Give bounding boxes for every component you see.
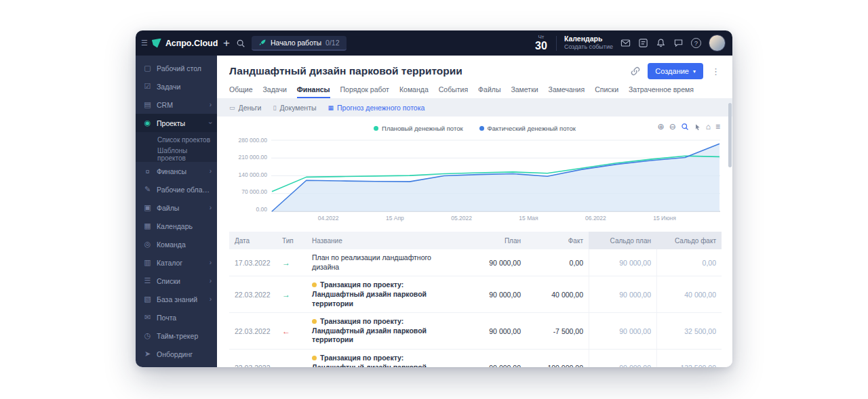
tab-finance[interactable]: Финансы xyxy=(297,82,330,98)
status-dot xyxy=(312,319,317,324)
tab-notes[interactable]: Заметки xyxy=(511,82,538,98)
chat-icon[interactable] xyxy=(673,38,684,48)
onboarding-label: Начало работы xyxy=(271,39,321,47)
sidebar-item-team[interactable]: ◎ Команда xyxy=(136,235,217,253)
files-icon: ▣ xyxy=(143,203,152,212)
sidebar-item-projects[interactable]: ◉ Проекты › xyxy=(136,114,217,132)
onboarding-progress-button[interactable]: Начало работы 0/12 xyxy=(252,36,347,51)
tab-work-order[interactable]: Порядок работ xyxy=(340,82,389,98)
more-options-icon[interactable]: ⋮ xyxy=(710,66,722,77)
notes-icon[interactable] xyxy=(638,38,648,48)
logo-icon xyxy=(152,39,161,48)
tab-tasks[interactable]: Задачи xyxy=(263,82,287,98)
subtab-cashflow-forecast[interactable]: ▦ Прогноз денежного потока xyxy=(328,104,425,112)
sidebar-item-onboarding[interactable]: ➤ Онбординг xyxy=(136,345,217,363)
col-saldo-plan[interactable]: Сальдо план xyxy=(589,232,656,249)
zoom-in-icon[interactable]: ⊕ xyxy=(658,123,665,131)
chevron-right-icon: › xyxy=(210,204,212,211)
table-row[interactable]: 22.03.2022 → Транзакция по проекту: Ланд… xyxy=(229,276,722,313)
mail-icon[interactable] xyxy=(620,38,631,48)
tab-remarks[interactable]: Замечания xyxy=(549,82,585,98)
copy-link-icon[interactable] xyxy=(630,66,641,77)
subtab-documents[interactable]: ▯ Документы xyxy=(273,104,316,112)
col-fact[interactable]: Факт xyxy=(526,237,589,245)
col-date[interactable]: Дата xyxy=(229,237,277,245)
row-name[interactable]: Транзакция по проекту: Ландшафтный дизай… xyxy=(307,350,464,367)
sidebar-group-projects: ◉ Проекты › Список проектов Шаблоны прое… xyxy=(136,114,217,162)
chart-y-axis: 280 000.00 210 000.00 140 000.00 70 000.… xyxy=(229,138,267,212)
col-saldo-fact[interactable]: Сальдо факт xyxy=(656,232,722,249)
sidebar-item-mail[interactable]: ✉ Почта xyxy=(136,308,217,327)
cashflow-plot[interactable] xyxy=(271,138,720,212)
user-avatar[interactable] xyxy=(709,35,726,51)
legend-dot-plan xyxy=(374,126,378,131)
lists-icon: ☰ xyxy=(143,276,152,285)
col-plan[interactable]: План xyxy=(464,237,526,245)
today-date[interactable]: Чт 30 xyxy=(535,35,547,51)
sidebar-item-knowledge-base[interactable]: ▧ База знаний › xyxy=(136,290,217,308)
sidebar-item-project-templates[interactable]: Шаблоны проектов xyxy=(136,147,217,162)
col-name[interactable]: Название xyxy=(307,237,464,245)
home-icon[interactable]: ⌂ xyxy=(706,123,711,131)
sidebar-item-finance[interactable]: ¤ Финансы › xyxy=(136,162,217,180)
sidebar-item-calendar[interactable]: ▦ Календарь xyxy=(136,217,217,235)
help-icon[interactable]: ? xyxy=(691,38,701,48)
money-icon: ▭ xyxy=(229,104,235,111)
page-title: Ландшафтный дизайн парковой территории xyxy=(229,65,623,77)
crm-icon: ▤ xyxy=(143,100,152,109)
chart-menu-icon[interactable]: ≡ xyxy=(715,123,720,131)
row-name[interactable]: Транзакция по проекту: Ландшафтный дизай… xyxy=(307,276,464,312)
legend-fact[interactable]: Фактический денежный поток xyxy=(479,125,576,132)
sidebar-item-files[interactable]: ▣ Файлы › xyxy=(136,198,217,217)
documents-icon: ▯ xyxy=(273,104,276,111)
table-row[interactable]: 17.03.2022 → План по реализации ландшафт… xyxy=(229,249,722,276)
zoom-select-icon[interactable] xyxy=(681,123,689,131)
chart-controls: ⊕ ⊖ ⌂ ≡ xyxy=(658,123,720,131)
catalog-icon: ▥ xyxy=(143,258,152,267)
sidebar-item-tasks[interactable]: ☑ Задачи xyxy=(136,77,217,96)
sidebar-item-project-list[interactable]: Список проектов xyxy=(136,132,217,147)
mail-icon: ✉ xyxy=(143,313,152,322)
create-button[interactable]: Создание ▾ xyxy=(648,63,703,79)
status-dot xyxy=(312,356,317,360)
main-content: Ландшафтный дизайн парковой территории С… xyxy=(217,56,732,367)
sidebar-item-catalog[interactable]: ▥ Каталог › xyxy=(136,253,217,272)
income-arrow-icon: → xyxy=(277,290,307,299)
hamburger-menu-icon[interactable]: ☰ xyxy=(141,39,148,47)
legend-plan[interactable]: Плановый денежный поток xyxy=(374,125,463,132)
sidebar-item-crm[interactable]: ▤ CRM › xyxy=(136,96,217,114)
logo-text[interactable]: Аспро.Cloud xyxy=(165,39,218,48)
weekday-label: Чт xyxy=(535,35,547,40)
sidebar-item-desktop[interactable]: ▢ Рабочий стол xyxy=(136,59,217,77)
table-row[interactable]: 22.03.2022 → Транзакция по проекту: Ланд… xyxy=(229,350,722,367)
quick-add-button[interactable]: + xyxy=(223,37,230,49)
col-type[interactable]: Тип xyxy=(277,237,307,245)
day-number: 30 xyxy=(535,41,547,51)
tab-events[interactable]: События xyxy=(439,82,468,98)
sidebar-item-lists[interactable]: ☰ Списки › xyxy=(136,272,217,290)
tab-lists[interactable]: Списки xyxy=(595,82,618,98)
tab-time-spent[interactable]: Затраченное время xyxy=(629,82,694,98)
pointer-tool-icon[interactable] xyxy=(694,123,701,131)
row-name[interactable]: Транзакция по проекту: Ландшафтный дизай… xyxy=(307,313,464,349)
rocket-icon xyxy=(258,39,267,47)
tab-files[interactable]: Файлы xyxy=(478,82,500,98)
scrollbar[interactable] xyxy=(728,103,732,167)
table-row[interactable]: 22.03.2022 ← Транзакция по проекту: Ланд… xyxy=(229,313,722,350)
search-icon[interactable] xyxy=(236,39,245,48)
notifications-bell-icon[interactable] xyxy=(656,38,666,48)
tab-general[interactable]: Общие xyxy=(229,82,253,98)
page-header: Ландшафтный дизайн парковой территории С… xyxy=(217,56,732,82)
sidebar-item-workspaces[interactable]: ✎ Рабочие области xyxy=(136,180,217,198)
tab-team[interactable]: Команда xyxy=(399,82,429,98)
sidebar-item-time-tracker[interactable]: ◷ Тайм-трекер xyxy=(136,327,217,345)
transactions-table: Дата Тип Название План Факт Сальдо план … xyxy=(229,232,722,367)
projects-icon: ◉ xyxy=(143,119,152,127)
zoom-out-icon[interactable]: ⊖ xyxy=(669,123,676,131)
chevron-down-icon: ▾ xyxy=(693,68,696,75)
row-name[interactable]: План по реализации ландшафтного дизайна xyxy=(307,249,464,276)
topbar-brand: ☰ Аспро.Cloud xyxy=(141,39,216,48)
calendar-shortcut[interactable]: Календарь Создать событие xyxy=(564,35,613,51)
calendar-icon: ▦ xyxy=(143,222,152,230)
subtab-money[interactable]: ▭ Деньги xyxy=(229,104,261,112)
